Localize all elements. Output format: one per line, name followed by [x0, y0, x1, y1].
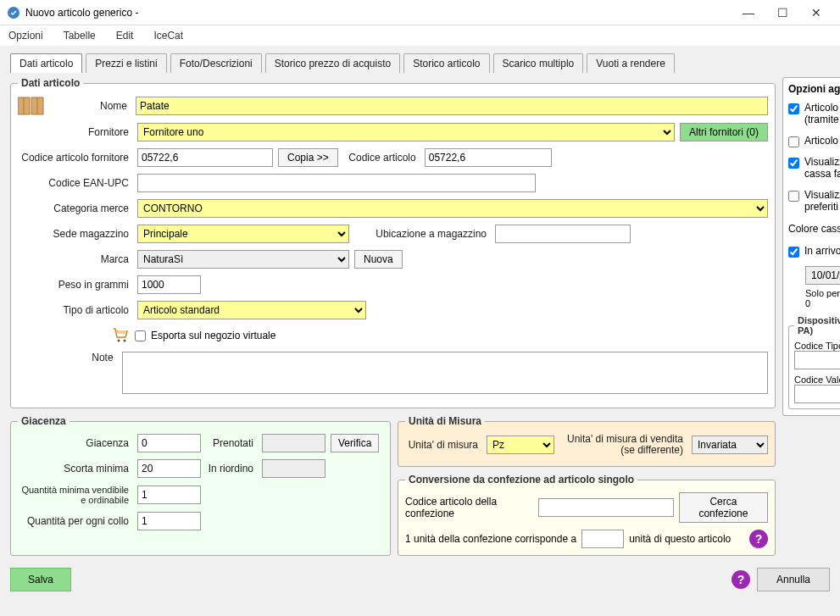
marca-label: Marca: [18, 253, 132, 265]
tab-storico-articolo[interactable]: Storico articolo: [403, 53, 489, 73]
tipo-select[interactable]: Articolo standard: [137, 301, 366, 319]
verifica-button[interactable]: Verifica: [331, 434, 379, 452]
conv-legend: Conversione da confezione ad articolo si…: [405, 474, 637, 486]
maximize-button[interactable]: ☐: [765, 0, 799, 25]
opzioni-aggiuntive-box: Opzioni aggiuntive Articolo riordinabile…: [782, 77, 840, 416]
cod-art-forn-label: Codice articolo fornitore: [18, 152, 132, 164]
salva-button[interactable]: Salva: [10, 568, 71, 591]
qmin-input[interactable]: [137, 486, 201, 504]
menu-tabelle[interactable]: Tabelle: [64, 30, 96, 42]
riordino-label: In riordino: [206, 463, 257, 474]
categoria-select[interactable]: CONTORNO: [137, 199, 768, 218]
app-icon: [7, 6, 20, 19]
conv-line-pre: 1 unità della confezione corrisponde a: [405, 533, 576, 545]
ubicazione-input[interactable]: [495, 225, 631, 243]
cod-valore-label: Codice Valore: [794, 375, 840, 385]
esporta-checkbox[interactable]: [135, 330, 146, 341]
um-fieldset: Unità di Misura Unita' di misura Pz Unit…: [398, 415, 776, 467]
riordinabile-checkbox[interactable]: [788, 103, 799, 114]
altri-fornitori-button[interactable]: Altri fornitori (0): [680, 123, 768, 142]
product-icon: [18, 96, 45, 116]
conv-val-input[interactable]: [581, 530, 624, 548]
cod-valore-input[interactable]: [794, 385, 840, 403]
um-vendita-label: Unita' di misura di vendita (se differen…: [559, 434, 687, 456]
help-icon[interactable]: ?: [749, 530, 768, 548]
window-title: Nuovo articolo generico -: [25, 7, 732, 19]
tab-storico-prezzo[interactable]: Storico prezzo di acquisto: [265, 53, 400, 73]
conv-fieldset: Conversione da confezione ad articolo si…: [398, 474, 776, 556]
device-legend: Dispositivo medico (per PA): [794, 315, 840, 336]
conv-cod-input[interactable]: [538, 498, 674, 517]
footer: Salva ? Annulla: [0, 563, 840, 597]
sede-label: Sede magazzino: [18, 228, 132, 240]
qmin-label: Quantità minima vendibile e ordinabile: [18, 485, 132, 505]
non-scontrinabile-label: Articolo non scontrinabile: [804, 135, 840, 147]
ubicazione-label: Ubicazione a magazzino: [354, 228, 490, 240]
in-arrivo-checkbox[interactable]: [788, 247, 799, 258]
qcollo-input[interactable]: [137, 512, 201, 530]
vis-cassa-label: Visualizza l'articolo nella cassa facile…: [804, 156, 840, 180]
device-fieldset: Dispositivo medico (per PA) Codice Tipo …: [788, 315, 840, 409]
cod-articolo-input[interactable]: [425, 148, 552, 167]
dati-articolo-fieldset: Dati articolo Nome Fornitore Fornitore u…: [10, 77, 776, 408]
copia-button[interactable]: Copia >>: [278, 148, 338, 167]
close-button[interactable]: ✕: [799, 0, 833, 25]
giacenza-legend: Giacenza: [18, 415, 70, 427]
note-textarea[interactable]: [122, 352, 768, 394]
note-label: Note: [18, 352, 117, 363]
esporta-label: Esporta sul negozio virtuale: [151, 330, 275, 341]
ean-label: Codice EAN-UPC: [18, 177, 132, 189]
menu-icecat[interactable]: IceCat: [153, 30, 183, 42]
fornitore-select[interactable]: Fornitore uno: [137, 123, 675, 142]
sede-select[interactable]: Principale: [137, 225, 349, 243]
cerca-confezione-button[interactable]: Cerca confezione: [679, 492, 768, 523]
menubar: Opzioni Tabelle Edit IceCat: [0, 25, 840, 46]
peso-label: Peso in grammi: [18, 279, 132, 291]
svg-point-5: [118, 340, 120, 342]
um-select[interactable]: Pz: [487, 436, 554, 454]
um-legend: Unità di Misura: [405, 415, 485, 427]
data-arrivo-select[interactable]: 10/01/2022: [805, 266, 840, 285]
footer-help-icon[interactable]: ?: [732, 570, 750, 589]
tab-foto[interactable]: Foto/Descrizioni: [170, 53, 262, 73]
um-vendita-select[interactable]: Invariata: [692, 436, 768, 454]
conv-line-post: unità di questo articolo: [629, 533, 744, 545]
tab-scarico[interactable]: Scarico multiplo: [493, 53, 584, 73]
tab-prezzi[interactable]: Prezzi e listini: [86, 53, 166, 73]
svg-point-6: [124, 340, 126, 342]
nome-input[interactable]: [136, 97, 768, 115]
solo-giac-label: Solo per giacenza uguale a 0: [805, 288, 840, 308]
menu-edit[interactable]: Edit: [116, 30, 134, 42]
cart-icon: [111, 326, 130, 345]
giacenza-input[interactable]: [137, 434, 201, 452]
nuova-marca-button[interactable]: Nuova: [354, 250, 403, 269]
giacenza-label: Giacenza: [18, 437, 132, 449]
in-arrivo-label: In arrivo il: [804, 245, 840, 257]
vis-pref-checkbox[interactable]: [788, 191, 799, 202]
categoria-label: Categoria merce: [18, 203, 132, 214]
cod-articolo-label: Codice articolo: [343, 152, 420, 164]
scorta-input[interactable]: [137, 459, 201, 478]
cod-tipo-input[interactable]: [794, 351, 840, 369]
nome-label: Nome: [50, 100, 131, 112]
non-scontrinabile-checkbox[interactable]: [788, 136, 799, 147]
menu-opzioni[interactable]: Opzioni: [8, 30, 43, 42]
ean-input[interactable]: [137, 174, 536, 192]
riordino-input: [262, 459, 325, 478]
titlebar: Nuovo articolo generico - — ☐ ✕: [0, 0, 840, 25]
marca-select[interactable]: NaturaSì: [137, 250, 349, 269]
giacenza-fieldset: Giacenza Giacenza Prenotati Verifica Sco…: [10, 415, 391, 556]
riordinabile-label: Articolo riordinabile (tramite Ordini Fo…: [804, 102, 840, 126]
vis-cassa-checkbox[interactable]: [788, 158, 799, 169]
cod-art-forn-input[interactable]: [137, 148, 273, 167]
minimize-button[interactable]: —: [732, 0, 765, 25]
peso-input[interactable]: [137, 275, 201, 294]
conv-cod-label: Codice articolo della confezione: [405, 496, 533, 519]
um-label: Unita' di misura: [405, 439, 481, 451]
tab-dati-articolo[interactable]: Dati articolo: [10, 53, 82, 73]
tab-vuoti[interactable]: Vuoti a rendere: [587, 53, 675, 73]
tipo-label: Tipo di articolo: [18, 304, 132, 316]
dati-articolo-legend: Dati articolo: [18, 77, 83, 89]
annulla-button[interactable]: Annulla: [757, 568, 830, 591]
opz-legend: Opzioni aggiuntive: [788, 83, 840, 95]
